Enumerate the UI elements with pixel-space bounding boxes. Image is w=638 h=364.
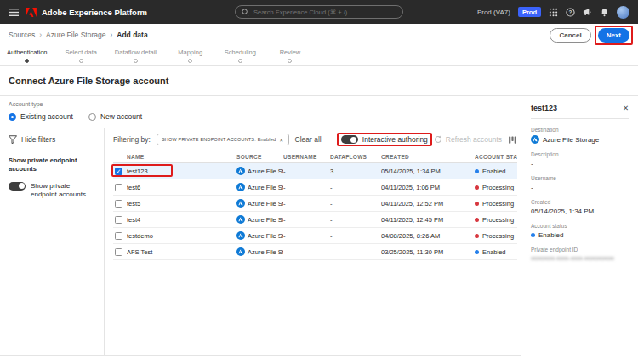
next-button[interactable]: Next	[598, 28, 629, 43]
account-name[interactable]: test123	[127, 168, 236, 175]
private-endpoint-toggle[interactable]	[9, 182, 26, 191]
account-dataflows: -	[330, 248, 381, 256]
refresh-icon	[434, 135, 442, 144]
radio-new-account[interactable]: New account	[88, 112, 142, 121]
step-mapping: Mapping	[174, 48, 207, 63]
hide-filters-button[interactable]: Hide filters	[9, 135, 95, 144]
interactive-authoring-control: Interactive authoring	[341, 135, 428, 144]
field-value-text: Enabled	[538, 231, 563, 239]
account-username: -	[283, 184, 330, 191]
table-row-test123[interactable]: ✓test123Azure File St-305/14/2025, 1:34 …	[113, 163, 517, 179]
filter-chip[interactable]: SHOW PRIVATE ENDPOINT ACCOUNTS: Enabled …	[157, 134, 289, 145]
filter-group-title: Show private endpoint accounts	[9, 156, 95, 173]
account-dataflows: 3	[330, 168, 381, 175]
breadcrumb-bar: Sources Azure File Storage Add data Canc…	[0, 24, 638, 46]
field-value: -	[531, 160, 629, 168]
interactive-authoring-label: Interactive authoring	[362, 135, 428, 144]
notifications-bell-icon[interactable]	[600, 8, 609, 17]
field-value: Enabled	[531, 231, 629, 239]
detail-field-created: Created05/14/2025, 1:34 PM	[531, 199, 629, 215]
header-username[interactable]: USERNAME	[283, 154, 330, 160]
account-type-label: Account type	[9, 101, 512, 107]
field-value-text: -	[531, 160, 533, 168]
field-label: Account status	[531, 223, 629, 229]
announcements-icon[interactable]	[583, 8, 592, 17]
radio-label: New account	[100, 112, 142, 121]
account-username: -	[283, 200, 330, 208]
header-created[interactable]: CREATED	[381, 154, 475, 160]
account-created: 04/11/2025, 12:45 PM	[381, 216, 475, 224]
radio-dot	[9, 113, 16, 121]
chip-close-icon[interactable]: ✕	[279, 137, 283, 143]
account-name[interactable]: testdemo	[127, 232, 236, 240]
detail-field-account-status: Account statusEnabled	[531, 223, 629, 239]
status-label: Processing	[482, 184, 514, 191]
row-checkbox[interactable]	[115, 200, 122, 208]
account-name[interactable]: AFS Test	[127, 248, 236, 256]
filtering-by-label: Filtering by:	[113, 135, 151, 144]
source-label: Azure File St	[248, 248, 283, 256]
clear-all-button[interactable]: Clear all	[295, 135, 322, 144]
detail-field-description: Description-	[531, 151, 629, 168]
table-row-test5[interactable]: test5Azure File St--04/11/2025, 12:52 PM…	[113, 196, 517, 212]
account-created: 05/14/2025, 1:34 PM	[381, 168, 475, 175]
step-dot-icon	[25, 59, 29, 63]
header-account-status[interactable]: ACCOUNT STATUS	[475, 154, 517, 160]
account-created: 04/11/2025, 1:06 PM	[381, 184, 475, 191]
row-checkbox[interactable]	[115, 248, 122, 256]
table-toolbar: Filtering by: SHOW PRIVATE ENDPOINT ACCO…	[113, 128, 517, 151]
table-row-testdemo[interactable]: testdemoAzure File St--04/08/2025, 8:26 …	[113, 228, 517, 244]
refresh-accounts-button[interactable]: Refresh accounts	[434, 135, 502, 144]
account-name[interactable]: test6	[127, 184, 236, 191]
account-username: -	[283, 168, 330, 175]
azure-file-storage-icon	[531, 135, 539, 144]
global-search[interactable]	[235, 5, 403, 19]
field-label: Username	[531, 175, 629, 181]
radio-existing-account[interactable]: Existing account	[9, 112, 73, 121]
header-source[interactable]: SOURCE	[236, 154, 283, 160]
table-row-test4[interactable]: test4Azure File St--04/11/2025, 12:45 PM…	[113, 212, 517, 228]
row-checkbox[interactable]	[115, 184, 122, 191]
user-avatar[interactable]	[617, 6, 629, 19]
menu-icon[interactable]	[9, 8, 19, 17]
step-list: AuthenticationSelect dataDataflow detail…	[7, 48, 306, 63]
step-dot-icon	[238, 59, 242, 63]
table-row-test6[interactable]: test6Azure File St--04/11/2025, 1:06 PMP…	[113, 179, 517, 196]
account-status: Processing	[475, 184, 517, 191]
row-checkbox[interactable]: ✓	[115, 168, 122, 175]
sandbox-label[interactable]: Prod (VA7)	[477, 9, 510, 16]
detail-panel-title: test123	[531, 104, 557, 112]
table-row-afs-test[interactable]: AFS TestAzure File St--03/25/2025, 11:30…	[113, 244, 517, 260]
account-status: Enabled	[475, 168, 517, 175]
brand: Adobe Experience Platform	[26, 8, 147, 17]
status-dot-icon	[475, 218, 479, 222]
apps-grid-icon[interactable]	[549, 8, 558, 17]
wizard-steps-bar: AuthenticationSelect dataDataflow detail…	[0, 46, 638, 66]
field-label: Created	[531, 199, 629, 205]
cancel-button[interactable]: Cancel	[550, 28, 590, 43]
column-settings-icon[interactable]	[508, 135, 517, 145]
search-icon	[242, 9, 249, 16]
breadcrumb-azure-file-storage[interactable]: Azure File Storage	[35, 31, 105, 39]
status-label: Processing	[482, 200, 514, 208]
account-name[interactable]: test4	[127, 216, 236, 224]
private-endpoint-toggle-label: Show private endpoint accounts	[31, 182, 95, 201]
close-icon[interactable]: ✕	[623, 104, 629, 112]
interactive-authoring-toggle[interactable]	[341, 135, 358, 144]
status-label: Enabled	[482, 168, 506, 175]
help-icon[interactable]: ?	[566, 8, 575, 17]
header-name[interactable]: NAME	[127, 154, 236, 160]
header-dataflows[interactable]: DATAFLOWS	[330, 154, 381, 160]
source-label: Azure File St	[248, 216, 283, 224]
row-checkbox[interactable]	[115, 232, 122, 240]
step-dot-icon	[188, 59, 192, 63]
breadcrumb-sources[interactable]: Sources	[9, 31, 35, 39]
account-source: Azure File St	[236, 167, 283, 175]
account-created: 04/11/2025, 12:52 PM	[381, 200, 475, 208]
field-value: Azure File Storage	[531, 135, 629, 144]
detail-fields: DestinationAzure File StorageDescription…	[531, 127, 629, 261]
row-checkbox[interactable]	[115, 216, 122, 224]
global-search-input[interactable]	[253, 9, 396, 16]
account-status: Processing	[475, 216, 517, 224]
account-name[interactable]: test5	[127, 200, 236, 208]
